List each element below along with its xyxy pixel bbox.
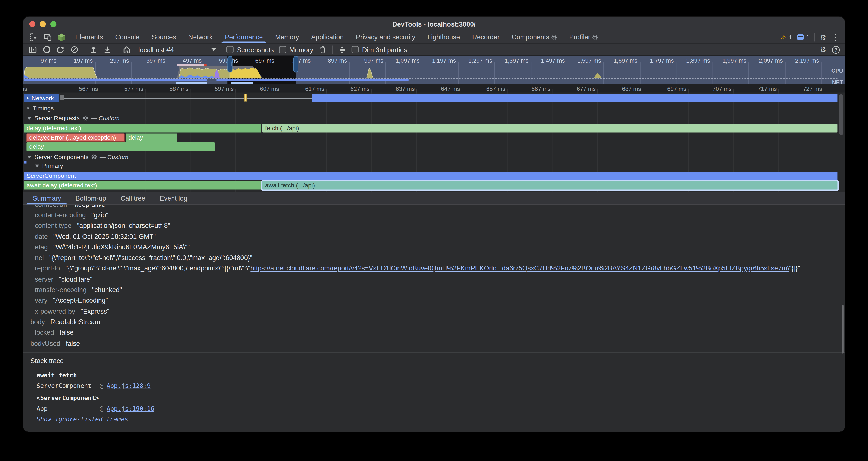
ruler-tick-label: 697 ms — [652, 85, 686, 92]
summary-row: content-encoding"gzip" — [23, 209, 845, 220]
tab-lighthouse[interactable]: Lighthouse — [422, 31, 466, 43]
report-to-link[interactable]: https://a.nel.cloudflare.com/report/v4?s… — [250, 264, 789, 272]
ruler-tick — [326, 89, 327, 93]
ruler-tick — [824, 89, 825, 93]
kebab-menu-icon[interactable]: ⋮ — [832, 33, 839, 41]
dim-3rd-parties-label: Dim 3rd parties — [362, 46, 407, 54]
bottom-tab-summary[interactable]: Summary — [25, 192, 68, 205]
timings-track-label: Timings — [33, 105, 54, 111]
flame-bar[interactable]: await fetch (.../api) — [262, 181, 838, 190]
record-button[interactable] — [42, 45, 51, 54]
tab-console[interactable]: Console — [109, 31, 146, 43]
bottom-tab-event-log[interactable]: Event log — [153, 192, 194, 205]
checkbox-box — [279, 46, 286, 53]
frame-location-link[interactable]: App.js:128:9 — [106, 382, 151, 390]
upload-profile-icon[interactable] — [89, 45, 98, 54]
network-request-candle[interactable] — [244, 94, 247, 102]
header-key: report-to — [35, 264, 60, 272]
flame-chart-scrollbar[interactable] — [839, 94, 843, 135]
ruler-tick-label: 657 ms — [471, 85, 505, 92]
ruler-tick-label: 647 ms — [426, 85, 460, 92]
bottom-tab-bottom-up[interactable]: Bottom-up — [68, 192, 114, 205]
warning-icon[interactable]: ⚠ — [781, 33, 786, 41]
subgroup-header-primary[interactable]: Primary — [35, 162, 63, 169]
clear-icon[interactable] — [70, 45, 79, 54]
tab-memory[interactable]: Memory — [269, 31, 305, 43]
garbage-collect-icon[interactable] — [318, 45, 327, 54]
ruler-tick — [688, 89, 689, 93]
show-ignore-listed-link[interactable]: Show ignore-listed frames — [36, 416, 128, 423]
ruler-tick-label: ms — [23, 85, 27, 92]
reload-record-button[interactable] — [56, 45, 65, 54]
help-icon[interactable]: ? — [832, 46, 840, 54]
frame-location-link[interactable]: App.js:190:16 — [106, 405, 154, 413]
overview-tick-label: 1,497 ms — [534, 57, 565, 64]
timeline-overview[interactable]: 97 ms197 ms297 ms397 ms497 ms597 ms697 m… — [23, 56, 845, 84]
bottom-tab-call-tree[interactable]: Call tree — [114, 192, 153, 205]
flame-bar[interactable]: delay (deferred text) — [24, 124, 261, 133]
tab-privacy-and-security[interactable]: Privacy and security — [350, 31, 422, 43]
tab-components[interactable]: Components — [505, 31, 563, 43]
tab-elements[interactable]: Elements — [69, 31, 109, 43]
flame-bar[interactable]: fetch (.../api) — [262, 124, 838, 133]
overview-tick-label: 497 ms — [170, 57, 202, 64]
flame-bar[interactable]: delay — [27, 142, 215, 151]
summary-scrollbar[interactable] — [842, 305, 844, 353]
flame-bar[interactable]: ServerComponent — [24, 172, 837, 180]
home-icon[interactable] — [122, 45, 131, 54]
track-label-network[interactable]: Network — [24, 94, 59, 102]
overview-tick-label: 1,097 ms — [389, 57, 420, 64]
group-badge: — Custom — [91, 115, 120, 121]
history-select[interactable]: localhost #4 — [138, 46, 216, 54]
checkbox-box — [226, 46, 234, 53]
flame-bar[interactable]: delay — [126, 134, 177, 142]
header-value: false — [60, 329, 74, 336]
tab-recorder[interactable]: Recorder — [466, 31, 505, 43]
device-toolbar-icon[interactable] — [43, 33, 52, 41]
cpu-lane-label: CPU — [832, 67, 843, 74]
header-key: server — [35, 275, 53, 283]
ruler-tick-label: 597 ms — [199, 85, 234, 92]
capture-settings-gear-icon[interactable]: ⚙ — [820, 46, 826, 53]
ruler-tick — [190, 89, 191, 93]
header-key: connection — [35, 205, 67, 208]
ruler-tick — [462, 89, 462, 93]
collapse-sections-icon[interactable] — [338, 45, 346, 54]
tab-performance[interactable]: Performance — [219, 31, 269, 43]
flame-bar[interactable]: delayedError (...ayed exception) — [27, 134, 125, 142]
settings-gear-icon[interactable]: ⚙ — [820, 34, 826, 41]
subgroup-title: Primary — [42, 162, 63, 169]
devtools-tabbar: ElementsConsoleSourcesNetworkPerformance… — [23, 31, 845, 43]
selection-left-handle[interactable] — [227, 56, 232, 73]
summary-row: lockedfalse — [23, 327, 845, 338]
header-key: locked — [35, 329, 54, 336]
selection-right-handle[interactable] — [293, 56, 299, 73]
screenshots-checkbox[interactable]: Screenshots — [226, 46, 274, 54]
react-atom-icon — [552, 34, 557, 40]
tab-application[interactable]: Application — [305, 31, 350, 43]
react-atom-icon — [91, 154, 97, 160]
stack-frame: <ServerComponent> — [36, 395, 99, 402]
overview-net-bar — [231, 82, 253, 84]
header-value: "chunked" — [92, 286, 122, 294]
tab-profiler[interactable]: Profiler — [563, 31, 604, 43]
tab-sources[interactable]: Sources — [146, 31, 182, 43]
flame-bar[interactable]: await delay (deferred text) — [24, 181, 261, 190]
track-label-timings[interactable]: Timings — [27, 105, 54, 111]
memory-checkbox[interactable]: Memory — [279, 46, 313, 54]
ruler-tick — [145, 89, 146, 93]
flame-chart[interactable]: Network Timings Server Requests— Customd… — [23, 93, 845, 192]
issues-icon[interactable] — [797, 34, 804, 40]
ruler-tick — [733, 89, 734, 93]
network-request-queueing — [60, 95, 64, 100]
group-header-server-components[interactable]: Server Components— Custom — [27, 153, 128, 160]
network-request-bar[interactable] — [312, 94, 837, 102]
download-profile-icon[interactable] — [103, 45, 112, 54]
extension-icon[interactable] — [57, 33, 66, 41]
group-header-server-requests[interactable]: Server Requests— Custom — [27, 115, 120, 121]
tab-network[interactable]: Network — [182, 31, 219, 43]
header-key: body — [31, 318, 45, 326]
dim-3rd-parties-checkbox[interactable]: Dim 3rd parties — [351, 46, 407, 54]
toggle-sidebar-icon[interactable] — [28, 45, 37, 54]
inspect-element-icon[interactable] — [29, 33, 38, 41]
